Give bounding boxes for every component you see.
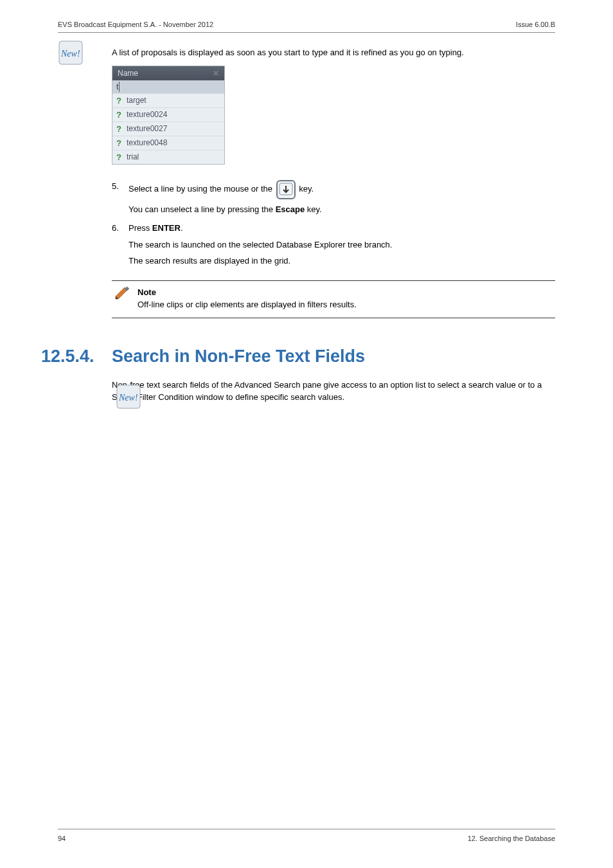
proposal-item: ?target — [112, 93, 224, 107]
step5-pre: Select a line by using the mouse or the — [129, 184, 275, 194]
proposal-item-label: texture0048 — [127, 138, 167, 147]
step6-post: . — [181, 223, 183, 233]
page-footer: 94 12. Searching the Database — [58, 829, 555, 842]
question-icon: ? — [116, 124, 121, 134]
header-right: Issue 6.00.B — [516, 21, 555, 28]
section-title: Search in Non-Free Text Fields — [112, 347, 555, 366]
page-header: EVS Broadcast Equipment S.A. - November … — [58, 21, 555, 33]
new-badge-icon: New! — [116, 384, 141, 410]
proposal-item-label: trial — [127, 152, 139, 161]
step6-pre: Press — [129, 223, 152, 233]
page-number: 94 — [58, 835, 66, 842]
footer-chapter: 12. Searching the Database — [468, 835, 555, 842]
proposal-header: Name ✕ — [112, 66, 224, 80]
note-body: Off-line clips or clip elements are disp… — [138, 298, 555, 311]
proposal-typed-text: t — [112, 80, 224, 93]
enter-key-label: ENTER — [152, 223, 181, 233]
proposal-item: ?texture0027 — [112, 122, 224, 136]
proposal-item: ?trial — [112, 150, 224, 164]
proposal-header-label: Name — [118, 69, 138, 78]
note-title: Note — [138, 287, 156, 297]
section-body: Non-free text search fields of the Advan… — [112, 379, 555, 404]
close-icon: ✕ — [213, 69, 219, 78]
svg-text:New!: New! — [118, 393, 138, 402]
step6-sub2: The search results are displayed in the … — [129, 255, 555, 267]
proposal-item: ?texture0024 — [112, 107, 224, 122]
new-badge-icon: New! — [58, 40, 84, 66]
question-icon: ? — [116, 138, 121, 148]
question-icon: ? — [116, 152, 121, 162]
note-box: Note Off-line clips or clip elements are… — [112, 280, 555, 318]
pencil-icon — [113, 285, 130, 305]
step5-sub: You can unselect a line by pressing the … — [129, 203, 555, 216]
proposal-item-label: texture0027 — [127, 124, 167, 133]
section-number: 12.5.4. — [41, 347, 94, 366]
down-arrow-key-icon — [276, 180, 296, 199]
proposal-dropdown: Name ✕ t ?target ?texture0024 ?texture00… — [112, 66, 225, 165]
proposal-item-label: texture0024 — [127, 110, 167, 119]
step5-sub-post: key. — [305, 204, 322, 214]
svg-text:New!: New! — [60, 49, 80, 59]
header-left: EVS Broadcast Equipment S.A. - November … — [58, 21, 213, 28]
intro-paragraph: A list of proposals is displayed as soon… — [112, 47, 555, 59]
escape-key-label: Escape — [276, 204, 305, 214]
step5-sub-pre: You can unselect a line by pressing the — [129, 204, 276, 214]
proposal-item: ?texture0048 — [112, 136, 224, 150]
step6-sub1: The search is launched on the selected D… — [129, 239, 555, 251]
proposal-item-label: target — [127, 96, 147, 105]
step5-post: key. — [297, 184, 314, 194]
question-icon: ? — [116, 110, 121, 120]
step-5: Select a line by using the mouse or the … — [112, 180, 555, 216]
step-6: Press ENTER. The search is launched on t… — [112, 222, 555, 267]
question-icon: ? — [116, 96, 121, 105]
